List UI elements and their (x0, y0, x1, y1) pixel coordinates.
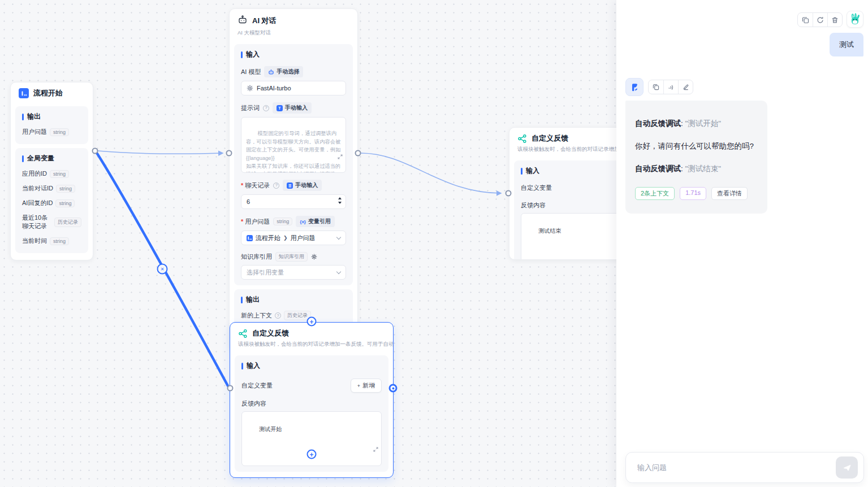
feedback-debug-line: 自动反馈调试: "测试结束" (635, 164, 758, 174)
mascot-icon (849, 13, 861, 25)
read-aloud-button[interactable] (663, 80, 678, 94)
history-count-stepper[interactable] (241, 194, 346, 209)
model-select[interactable]: FastAI-turbo (241, 81, 346, 95)
type-tag: string (56, 185, 75, 193)
question-circle-icon: ? (263, 105, 269, 111)
manual-input-badge[interactable]: T 手动输入 (273, 102, 312, 114)
feedback-content-label: 反馈内容 (521, 201, 546, 210)
chat-input[interactable] (637, 463, 830, 472)
source-handle-ai-chat[interactable] (355, 150, 361, 156)
global-var-label: 当前对话ID (22, 184, 53, 193)
target-handle-ai-chat[interactable] (226, 150, 232, 156)
expand-icon[interactable] (357, 437, 378, 464)
flow-start-icon (19, 88, 29, 98)
section-title-output: 输出 (22, 112, 81, 121)
trash-icon (831, 16, 839, 24)
add-node-handle-top[interactable]: + (307, 317, 317, 327)
expand-icon[interactable] (323, 146, 343, 170)
gear-icon (247, 85, 253, 92)
manual-select-badge[interactable]: 手动选择 (264, 66, 303, 77)
kb-ref-select[interactable]: 选择引用变量 (241, 265, 346, 280)
type-tag: 历史记录 (54, 218, 81, 227)
section-title-globals: 全局变量 (22, 154, 81, 163)
node-flow-start[interactable]: 流程开始 输出 用户问题 string 全局变量 应用的IDstring 当前对… (10, 82, 93, 260)
type-tag: 知识库引用 (275, 252, 308, 262)
global-var-label: AI回复的ID (22, 199, 53, 207)
node-title: 自定义反馈 (532, 133, 568, 144)
chat-input-bar (625, 452, 864, 483)
prompt-label: 提示词 (241, 104, 260, 112)
step-down-icon[interactable] (338, 202, 342, 204)
node-ai-chat[interactable]: AI 对话 AI 大模型对话 输入 AI 模型 手动选择 FastAI-turb… (229, 8, 358, 351)
variable-ref-icon: {x} (300, 219, 306, 224)
copy-message-button[interactable] (649, 80, 663, 94)
global-var-label: 最近10条聊天记录 (22, 214, 51, 231)
question-label: 用户问题 (245, 218, 270, 226)
section-title-input: 输入 (241, 361, 382, 371)
prompt-chip-icon: T (277, 105, 283, 111)
response-time-badge[interactable]: 1.71s (680, 187, 706, 200)
node-subtitle: 该模块被触发时，会给当前的对话记录增加一条反馈。可用于自动记录对话效果等。 (230, 340, 393, 351)
stepper-arrows[interactable] (338, 197, 342, 204)
message-toolbar (648, 80, 693, 94)
reset-chat-button[interactable] (813, 13, 827, 27)
history-count-input[interactable] (247, 198, 340, 205)
chat-test-panel: 测试 自动反馈调试: "测试开始" 你好，请问有什么可以帮助您的吗? 自动反馈调… (616, 0, 868, 487)
kb-placeholder: 选择引用变量 (247, 268, 284, 277)
global-var-label: 当前时间 (22, 237, 47, 245)
output-label: 用户问题 (22, 128, 47, 136)
output-label: 新的上下文 (241, 311, 272, 320)
robot-mini-icon (268, 69, 274, 75)
variable-ref-badge[interactable]: {x} 变量引用 (296, 216, 335, 227)
manual-input-badge[interactable]: ≣ 手动输入 (283, 180, 322, 191)
edge-flowstart-to-aichat[interactable] (98, 151, 223, 154)
breadcrumb-separator-icon: ❯ (283, 235, 288, 241)
edge-aichat-to-feedback-top[interactable] (361, 153, 501, 193)
pencil-icon (683, 84, 689, 90)
question-circle-icon: ? (273, 182, 279, 189)
custom-var-label: 自定义变量 (241, 381, 347, 390)
question-variable-select[interactable]: 流程开始 ❯ 用户问题 (241, 231, 346, 245)
step-up-icon[interactable] (338, 197, 342, 199)
refresh-icon (817, 16, 824, 24)
history-label: 聊天记录 (245, 181, 270, 190)
source-handle-feedback-bottom[interactable] (389, 384, 398, 393)
node-subtitle: AI 大模型对话 (230, 28, 357, 40)
target-handle-feedback-top[interactable] (506, 190, 512, 197)
assistant-mascot-button[interactable] (847, 11, 863, 28)
type-tag: string (50, 237, 69, 245)
user-message-bubble: 测试 (830, 33, 863, 56)
robot-icon (237, 15, 248, 27)
send-button[interactable] (836, 456, 858, 479)
custom-var-label: 自定义变量 (521, 184, 552, 192)
type-tag: string (50, 170, 69, 178)
node-title: 流程开始 (33, 88, 63, 98)
feedback-value: 测试结束 (538, 228, 561, 234)
type-tag: string (273, 218, 292, 225)
view-detail-button[interactable]: 查看详情 (711, 187, 748, 200)
type-tag: string (55, 199, 75, 207)
kb-settings-icon[interactable] (311, 254, 317, 260)
question-field: 用户问题 (291, 234, 316, 242)
clear-chat-button[interactable] (827, 13, 842, 27)
copy-chat-button[interactable] (798, 13, 813, 27)
app-logo-icon (629, 82, 640, 92)
feedback-debug-line: 自动反馈调试: "测试开始" (635, 119, 758, 129)
model-value: FastAI-turbo (257, 85, 291, 92)
context-count-badge[interactable]: 2条上下文 (635, 187, 675, 200)
section-title-input: 输入 (241, 50, 346, 59)
delete-edge-button[interactable]: ✕ (157, 264, 168, 275)
feedback-flow-icon (517, 134, 527, 144)
add-node-handle-bottom[interactable]: + (307, 450, 317, 459)
question-source: 流程开始 (256, 234, 280, 242)
feedback-value: 测试开始 (259, 426, 282, 432)
source-handle-flow-start[interactable] (92, 148, 98, 154)
section-title-output: 输出 (241, 295, 346, 305)
prompt-textarea[interactable]: 模型固定的引导词，通过调整该内容，可以引导模型聊天方向。该内容会被固定在上下文的… (241, 117, 346, 173)
feedback-content-label: 反馈内容 (241, 399, 266, 408)
panel-toolbar (797, 12, 843, 27)
target-handle-feedback-bottom[interactable] (227, 385, 234, 392)
add-variable-button[interactable]: + 新增 (351, 379, 382, 393)
edit-message-button[interactable] (678, 80, 693, 94)
flow-mini-icon (247, 235, 253, 241)
